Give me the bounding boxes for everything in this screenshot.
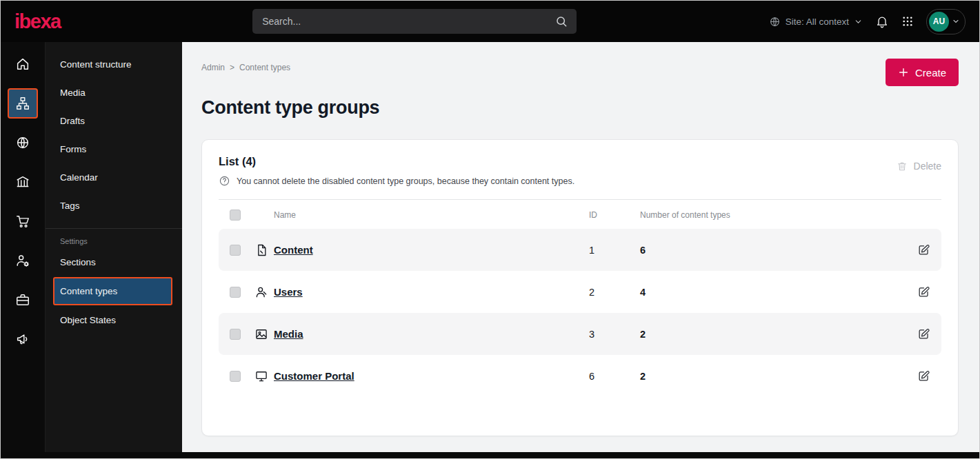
sidebar-item-media[interactable]: Media [46, 79, 182, 107]
breadcrumb: Admin > Content types [201, 63, 290, 72]
sidebar-item-content-types[interactable]: Content types [53, 277, 172, 305]
group-link-content[interactable]: Content [274, 244, 313, 256]
delete-button[interactable]: Delete [897, 161, 941, 172]
briefcase-icon [15, 292, 30, 307]
edit-pencil-icon [917, 327, 930, 340]
column-header-name: Name [274, 210, 589, 220]
trash-icon [897, 161, 908, 172]
sidebar-menu: Content structure Media Drafts Forms Cal… [46, 42, 182, 452]
sidebar-item-drafts[interactable]: Drafts [46, 107, 182, 135]
edit-group-button[interactable] [917, 327, 930, 340]
breadcrumb-current: Content types [239, 63, 290, 72]
create-button[interactable]: Create [886, 59, 959, 86]
list-hint: You cannot delete the disabled content t… [219, 175, 574, 187]
group-count: 2 [640, 329, 900, 340]
media-group-icon [254, 327, 274, 341]
rail-item-commerce[interactable] [8, 206, 38, 236]
help-question-icon[interactable] [219, 175, 230, 187]
search-input[interactable] [252, 9, 577, 34]
edit-group-button[interactable] [917, 369, 930, 382]
create-button-label: Create [915, 67, 946, 79]
app-switcher-grid-icon[interactable] [901, 15, 914, 28]
users-group-icon [254, 285, 274, 299]
content-tree-icon [15, 96, 30, 111]
breadcrumb-separator: > [230, 63, 234, 72]
product-catalog-icon [15, 174, 30, 190]
plus-icon [898, 67, 909, 78]
topbar-right-cluster: Site: All context AU [769, 9, 966, 34]
delete-button-label: Delete [914, 161, 941, 172]
search-icon[interactable] [554, 14, 568, 28]
content-group-icon [254, 243, 274, 257]
globe-icon [769, 16, 781, 28]
edit-pencil-icon [917, 285, 930, 298]
rail-item-workspace[interactable] [8, 285, 38, 315]
user-menu[interactable]: AU [926, 9, 966, 34]
notifications-bell-icon[interactable] [875, 14, 889, 28]
group-id: 1 [589, 245, 640, 256]
rail-item-admin[interactable] [8, 245, 38, 276]
site-context-label: Site: All context [786, 17, 849, 27]
rail-item-marketing[interactable] [8, 324, 38, 354]
rail-item-site[interactable] [8, 127, 38, 158]
settings-section-heading: Settings [46, 229, 182, 248]
row-checkbox[interactable] [230, 245, 241, 256]
customer-portal-group-icon [254, 369, 274, 383]
home-icon [15, 57, 30, 72]
main-content: Admin > Content types Create Content typ… [182, 42, 979, 452]
group-link-media[interactable]: Media [274, 328, 303, 340]
table-row: Media 3 2 [219, 313, 941, 355]
global-search [252, 9, 577, 34]
select-all-checkbox[interactable] [230, 210, 241, 221]
megaphone-icon [15, 332, 30, 347]
column-header-id: ID [589, 210, 640, 220]
admin-user-gear-icon [15, 253, 30, 268]
chevron-down-icon [952, 17, 960, 26]
sidebar-item-sections[interactable]: Sections [46, 248, 182, 276]
commerce-cart-icon [15, 214, 30, 229]
group-id: 2 [589, 287, 640, 298]
list-heading: List (4) [219, 155, 574, 168]
sidebar-item-forms[interactable]: Forms [46, 135, 182, 163]
row-checkbox[interactable] [230, 371, 241, 382]
ibexa-logo[interactable]: ibexa [14, 10, 61, 33]
edit-group-button[interactable] [917, 285, 930, 298]
site-context-selector[interactable]: Site: All context [769, 16, 863, 28]
edit-pencil-icon [917, 369, 930, 382]
site-globe-icon [15, 135, 30, 150]
chevron-down-icon [854, 17, 863, 26]
group-id: 6 [589, 371, 640, 382]
group-count: 4 [640, 287, 900, 298]
group-count: 6 [640, 245, 900, 256]
icon-rail [1, 42, 46, 452]
app-shell: Content structure Media Drafts Forms Cal… [1, 42, 979, 452]
column-header-count: Number of content types [640, 210, 900, 220]
group-count: 2 [640, 371, 900, 382]
list-hint-text: You cannot delete the disabled content t… [237, 176, 574, 186]
content-type-groups-card: List (4) You cannot delete the disabled … [201, 139, 959, 436]
top-bar: ibexa Site: All context AU [1, 1, 979, 42]
table-row: Customer Portal 6 2 [219, 355, 941, 397]
group-id: 3 [589, 329, 640, 340]
page-title: Content type groups [201, 97, 959, 119]
avatar: AU [929, 12, 949, 32]
group-link-customer-portal[interactable]: Customer Portal [274, 370, 354, 382]
group-link-users[interactable]: Users [274, 286, 303, 298]
edit-group-button[interactable] [917, 243, 930, 256]
sidebar-item-calendar[interactable]: Calendar [46, 163, 182, 192]
rail-item-product-catalog[interactable] [8, 167, 38, 197]
table-row: Content 1 6 [219, 229, 941, 271]
table-row: Users 2 4 [219, 271, 941, 313]
sidebar-item-content-structure[interactable]: Content structure [46, 50, 182, 79]
rail-item-content[interactable] [8, 88, 38, 119]
table-header: Name ID Number of content types [219, 200, 941, 229]
edit-pencil-icon [917, 243, 930, 256]
sidebar-item-object-states[interactable]: Object States [46, 306, 182, 334]
breadcrumb-admin-link[interactable]: Admin [201, 63, 225, 72]
rail-item-home[interactable] [8, 49, 38, 79]
row-checkbox[interactable] [230, 287, 241, 298]
row-checkbox[interactable] [230, 329, 241, 340]
sidebar-item-tags[interactable]: Tags [46, 192, 182, 220]
